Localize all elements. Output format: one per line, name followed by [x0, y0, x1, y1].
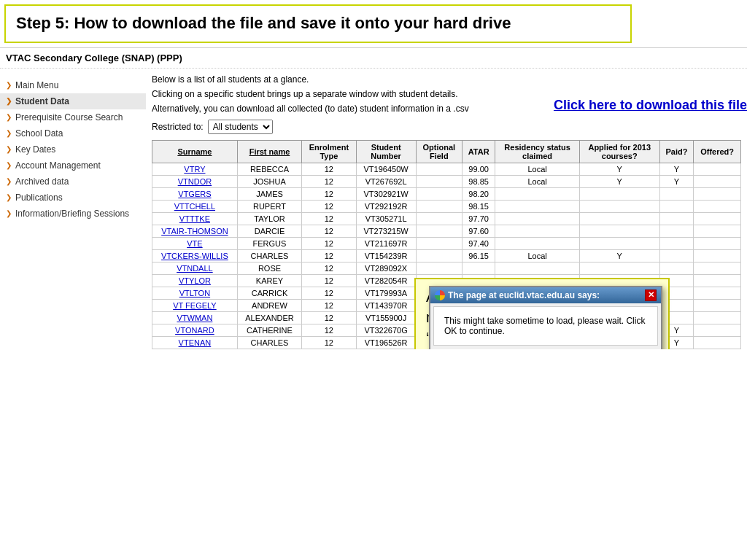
restricted-select[interactable]: All students [208, 120, 273, 134]
dialog-close-button[interactable]: ✕ [645, 289, 657, 301]
cell-student_num: VT305271L [356, 212, 416, 225]
sidebar-arrow-icon: ❯ [6, 193, 12, 201]
cell-surname[interactable]: VTNDALL [152, 262, 238, 274]
table-row: VTTCHELLRUPERT12VT292192R98.15 [152, 200, 741, 212]
surname-link[interactable]: VT FEGELY [173, 301, 217, 310]
dialog-body: This might take sometime to load, please… [433, 306, 658, 346]
surname-link[interactable]: VTTTKE [179, 214, 210, 223]
download-link[interactable]: Click here to download this file [554, 98, 747, 113]
table-row: VTEFERGUS12VT211697R97.40 [152, 237, 741, 249]
cell-paid [659, 237, 694, 249]
col-surname[interactable]: Surname [152, 140, 238, 163]
sidebar-item-student-data[interactable]: ❯Student Data [0, 93, 146, 109]
surname-link[interactable]: VTE [187, 239, 202, 248]
intro-line1: Below is a list of all students at a gla… [152, 73, 741, 86]
table-row: VTNDALLROSE12VT289092X [152, 262, 741, 274]
cell-optional [416, 163, 462, 175]
restricted-row: Restricted to: All students [152, 120, 741, 134]
col-student-num: StudentNumber [356, 140, 416, 163]
col-firstname[interactable]: First name [237, 140, 301, 163]
cell-applied [579, 187, 659, 200]
cell-surname[interactable]: VTAIR-THOMSON [152, 225, 238, 237]
cell-surname[interactable]: VTTTKE [152, 212, 238, 225]
cell-surname[interactable]: VT FEGELY [152, 299, 238, 311]
sidebar-item-main-menu[interactable]: ❯Main Menu [0, 77, 146, 93]
sidebar-item-information/briefing-sessions[interactable]: ❯Information/Briefing Sessions [0, 206, 146, 222]
cell-firstname: FERGUS [237, 237, 301, 249]
cell-enrolment: 12 [302, 299, 356, 311]
cell-surname[interactable]: VTRY [152, 163, 238, 175]
surname-link[interactable]: VTONARD [175, 326, 214, 335]
sidebar-arrow-icon: ❯ [6, 209, 12, 217]
cell-enrolment: 12 [302, 163, 356, 175]
sidebar-item-publications[interactable]: ❯Publications [0, 190, 146, 206]
cell-enrolment: 12 [302, 237, 356, 249]
cell-student_num: VT302921W [356, 187, 416, 200]
cell-firstname: CHARLES [237, 336, 301, 349]
sidebar-item-prerequisite-course-search[interactable]: ❯Prerequisite Course Search [0, 109, 146, 125]
cell-applied [579, 200, 659, 212]
cell-offered [694, 299, 741, 311]
cell-applied: Y [579, 163, 659, 175]
cell-surname[interactable]: VTENAN [152, 336, 238, 349]
sidebar-arrow-icon: ❯ [6, 81, 12, 89]
surname-link[interactable]: VTGERS [178, 190, 211, 198]
dialog-footer: OK [430, 349, 661, 349]
cell-firstname: CHARLES [237, 249, 301, 262]
cell-enrolment: 12 [302, 336, 356, 349]
cell-surname[interactable]: VTTCHELL [152, 200, 238, 212]
cell-student_num: VT196450W [356, 163, 416, 175]
surname-link[interactable]: VTENAN [179, 338, 212, 347]
surname-link[interactable]: VTCKERS-WILLIS [161, 252, 228, 260]
sidebar-arrow-icon: ❯ [6, 113, 12, 121]
cell-optional [416, 212, 462, 225]
surname-link[interactable]: VTNDALL [177, 264, 213, 273]
dialog-overlay: The page at euclid.vtac.edu.au says: ✕ T… [429, 286, 662, 349]
cell-firstname: CATHERINE [237, 324, 301, 336]
cell-firstname: JOSHUA [237, 175, 301, 187]
surname-link[interactable]: VTTCHELL [174, 202, 215, 211]
cell-surname[interactable]: VTYLOR [152, 274, 238, 287]
sidebar-item-key-dates[interactable]: ❯Key Dates [0, 141, 146, 158]
cell-enrolment: 12 [302, 212, 356, 225]
cell-offered [694, 311, 741, 324]
surname-link[interactable]: VTNDOR [178, 177, 212, 186]
cell-student_num: VT154239R [356, 249, 416, 262]
cell-enrolment: 12 [302, 274, 356, 287]
cell-firstname: REBECCA [237, 163, 301, 175]
cell-surname[interactable]: VTGERS [152, 187, 238, 200]
surname-link[interactable]: VTWMAN [177, 314, 212, 322]
surname-link[interactable]: VTAIR-THOMSON [161, 227, 228, 236]
col-applied: Applied for 2013courses? [579, 140, 659, 163]
cell-offered [694, 175, 741, 187]
table-row: VTNDORJOSHUA12VT267692L98.85LocalYY [152, 175, 741, 187]
cell-surname[interactable]: VTONARD [152, 324, 238, 336]
cell-student_num: VT143970R [356, 299, 416, 311]
cell-surname[interactable]: VTLTON [152, 287, 238, 299]
sidebar-item-label: Information/Briefing Sessions [15, 209, 129, 219]
surname-link[interactable]: VTRY [184, 165, 205, 174]
cell-paid [659, 187, 694, 200]
cell-optional [416, 187, 462, 200]
cell-atar: 96.15 [462, 249, 495, 262]
table-row: VTAIR-THOMSONDARCIE12VT273215W97.60 [152, 225, 741, 237]
cell-paid [659, 212, 694, 225]
cell-surname[interactable]: VTCKERS-WILLIS [152, 249, 238, 262]
cell-optional [416, 237, 462, 249]
sidebar-item-account-management[interactable]: ❯Account Management [0, 158, 146, 174]
cell-firstname: CARRICK [237, 287, 301, 299]
top-bar: VTAC Secondary College (SNAP) (PPP) [0, 47, 747, 69]
dialog-titlebar: The page at euclid.vtac.edu.au says: ✕ [430, 287, 661, 303]
cell-atar: 98.15 [462, 200, 495, 212]
cell-surname[interactable]: VTNDOR [152, 175, 238, 187]
surname-link[interactable]: VTYLOR [179, 276, 211, 285]
cell-enrolment: 12 [302, 225, 356, 237]
cell-offered [694, 163, 741, 175]
cell-optional [416, 262, 462, 274]
cell-surname[interactable]: VTE [152, 237, 238, 249]
surname-link[interactable]: VTLTON [179, 289, 210, 298]
sidebar-item-archived-data[interactable]: ❯Archived data [0, 174, 146, 190]
cell-atar: 97.60 [462, 225, 495, 237]
cell-surname[interactable]: VTWMAN [152, 311, 238, 324]
sidebar-item-school-data[interactable]: ❯School Data [0, 125, 146, 141]
